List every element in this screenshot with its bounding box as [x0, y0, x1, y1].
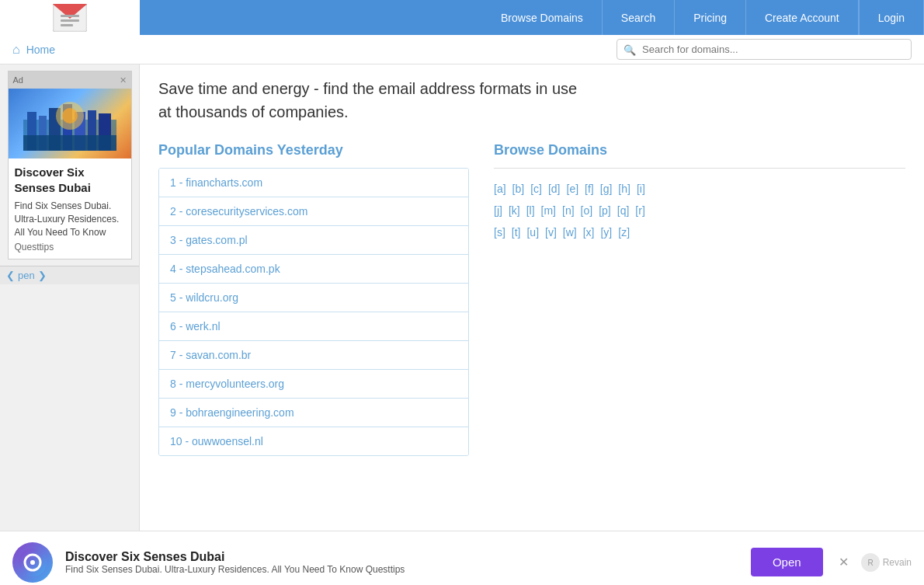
site-logo [0, 0, 140, 35]
svg-rect-6 [61, 15, 79, 17]
letter-link[interactable]: [f] [585, 181, 594, 197]
nav-create-account[interactable]: Create Account [746, 0, 859, 35]
letter-link[interactable]: [n] [562, 203, 575, 218]
breadcrumb-bar: ⌂ Home 🔍 [0, 35, 924, 64]
svg-point-23 [30, 560, 35, 565]
letter-link[interactable]: [r] [635, 203, 644, 218]
letter-link[interactable]: [o] [581, 203, 593, 218]
nav-browse-domains[interactable]: Browse Domains [482, 0, 603, 35]
popular-domains-title: Popular Domains Yesterday [158, 142, 469, 158]
letter-link[interactable]: [v] [545, 225, 557, 240]
nav-links: Browse Domains Search Pricing Create Acc… [140, 0, 924, 35]
browse-domains-col: Browse Domains [a][b][c][d][e][f][g][h][… [494, 142, 905, 456]
letter-link[interactable]: [t] [512, 225, 521, 240]
domain-list: 1 - financharts.com2 - coresecurityservi… [158, 168, 469, 456]
collapse-left-arrow: ❮ [6, 270, 15, 281]
letter-link[interactable]: [j] [494, 203, 502, 218]
svg-point-20 [62, 108, 78, 124]
collapse-right-arrow: ❯ [38, 270, 47, 281]
letter-link[interactable]: [l] [526, 203, 535, 218]
search-wrapper: 🔍 [617, 39, 912, 60]
letter-link[interactable]: [u] [526, 225, 539, 240]
letter-link[interactable]: [d] [548, 181, 561, 197]
domain-list-item[interactable]: 10 - ouwwoensel.nl [159, 427, 468, 455]
browse-domains-title: Browse Domains [494, 142, 905, 158]
letter-link[interactable]: [h] [618, 181, 630, 197]
letter-link[interactable]: [z] [618, 225, 630, 240]
letter-link[interactable]: [m] [541, 203, 556, 218]
ad-close-icon[interactable]: ✕ [120, 75, 127, 85]
ad-label: Ad [13, 75, 23, 85]
main-row: Ad ✕ [0, 64, 924, 531]
collapse-label: pen [18, 270, 35, 281]
bottom-ad-title: Discover Six Senses Dubai [65, 550, 738, 564]
bottom-ad-logo [12, 542, 53, 583]
nav-pricing[interactable]: Pricing [675, 0, 746, 35]
letter-link[interactable]: [i] [637, 181, 645, 197]
popular-domains-col: Popular Domains Yesterday 1 - financhart… [158, 142, 469, 456]
letter-link[interactable]: [b] [512, 181, 525, 197]
collapse-bar[interactable]: ❮ pen ❯ [0, 266, 139, 284]
ad-image [9, 89, 131, 158]
sidebar: Ad ✕ [0, 64, 140, 531]
domain-list-item[interactable]: 6 - werk.nl [159, 312, 468, 341]
domain-list-item[interactable]: 8 - mercyvolunteers.org [159, 370, 468, 399]
domain-list-item[interactable]: 5 - wildcru.org [159, 284, 468, 312]
letter-link[interactable]: [k] [509, 203, 520, 218]
domain-list-item[interactable]: 3 - gates.com.pl [159, 226, 468, 255]
ad-body: Find Six Senses Dubai. Ultra-Luxury Resi… [15, 200, 125, 239]
letter-grid: [a][b][c][d][e][f][g][h][i][j][k][l][m][… [494, 181, 905, 240]
ad-source: Questtips [15, 242, 125, 252]
svg-rect-7 [61, 19, 79, 22]
letter-link[interactable]: [x] [583, 225, 595, 240]
letter-row: [s][t][u][v][w][x][y][z] [494, 225, 905, 240]
nav-search[interactable]: Search [603, 0, 675, 35]
navbar: Browse Domains Search Pricing Create Acc… [0, 0, 924, 35]
revain-label: Revain [883, 557, 912, 568]
letter-row: [j][k][l][m][n][o][p][q][r] [494, 203, 905, 218]
bottom-ad-revain: R Revain [861, 553, 912, 572]
svg-rect-18 [23, 135, 116, 151]
breadcrumb-home[interactable]: Home [26, 44, 55, 56]
bottom-ad-bar: Discover Six Senses Dubai Find Six Sense… [0, 531, 924, 585]
letter-link[interactable]: [e] [567, 181, 579, 197]
bottom-ad-close-button[interactable]: ✕ [839, 555, 849, 569]
two-col-layout: Popular Domains Yesterday 1 - financhart… [158, 142, 905, 456]
content-area: Save time and energy - find the email ad… [140, 64, 924, 531]
ad-top-bar: Ad ✕ [9, 71, 131, 89]
domain-list-item[interactable]: 1 - financharts.com [159, 169, 468, 197]
sidebar-ad: Ad ✕ [8, 71, 132, 259]
letter-link[interactable]: [a] [494, 181, 506, 197]
nav-login[interactable]: Login [859, 0, 924, 35]
letter-link[interactable]: [q] [617, 203, 630, 218]
bottom-ad-open-button[interactable]: Open [751, 548, 823, 576]
ad-title: Discover Six Senses Dubai [15, 165, 125, 195]
home-icon: ⌂ [12, 43, 20, 57]
letter-row: [a][b][c][d][e][f][g][h][i] [494, 181, 905, 197]
letter-link[interactable]: [w] [563, 225, 577, 240]
letter-link[interactable]: [g] [600, 181, 613, 197]
tagline: Save time and energy - find the email ad… [158, 77, 593, 124]
letter-link[interactable]: [y] [600, 225, 612, 240]
svg-rect-8 [61, 24, 73, 26]
browse-divider [494, 168, 905, 169]
letter-link[interactable]: [c] [530, 181, 542, 197]
bottom-ad-body: Find Six Senses Dubai. Ultra-Luxury Resi… [65, 564, 738, 575]
letter-link[interactable]: [p] [599, 203, 611, 218]
search-input[interactable] [617, 39, 912, 60]
domain-list-item[interactable]: 2 - coresecurityservices.com [159, 197, 468, 226]
domain-list-item[interactable]: 4 - stepsahead.com.pk [159, 255, 468, 284]
search-icon: 🔍 [624, 44, 636, 55]
domain-list-item[interactable]: 7 - savan.com.br [159, 341, 468, 370]
bottom-ad-text: Discover Six Senses Dubai Find Six Sense… [65, 550, 738, 575]
svg-text:R: R [867, 559, 873, 567]
domain-list-item[interactable]: 9 - bohraengineering.com [159, 399, 468, 427]
ad-content: Discover Six Senses Dubai Find Six Sense… [9, 158, 131, 259]
letter-link[interactable]: [s] [494, 225, 505, 240]
